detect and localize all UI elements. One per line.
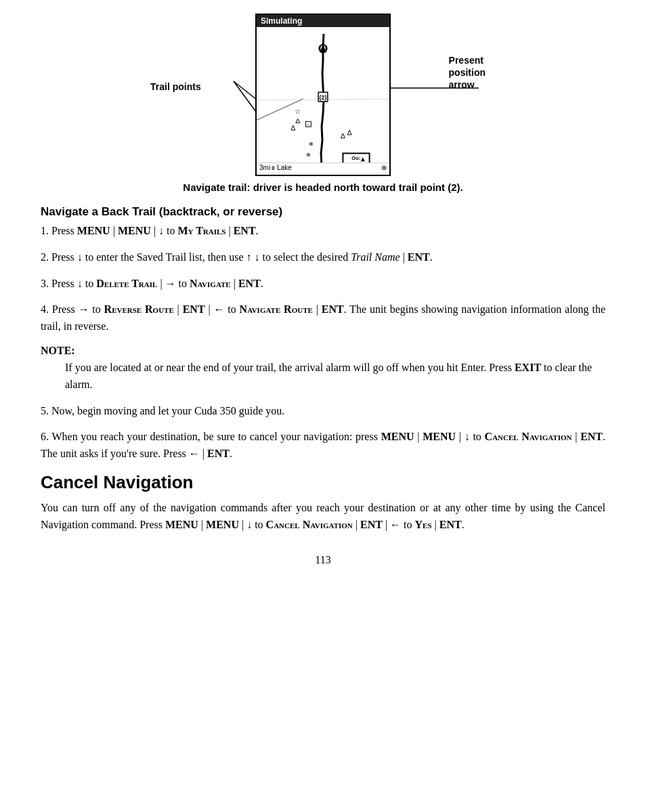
step1-sep2: |	[151, 225, 158, 236]
svg-marker-11	[341, 133, 345, 138]
map-footer: 3mi🜗Lake ⊕	[257, 163, 389, 172]
step4-leftarrow: ←	[213, 303, 224, 315]
step2-arrows2: ↑ ↓	[246, 251, 260, 263]
map-caption: Navigate trail: driver is headed north t…	[41, 181, 605, 193]
step6: 6. When you reach your destination, be s…	[41, 429, 605, 463]
section2-menu1: MENU	[165, 519, 198, 530]
step4-sep1: |	[174, 303, 183, 315]
page-content: Trail points Present position arrow Simu…	[41, 14, 605, 566]
section2-to: to	[252, 519, 265, 530]
step1-sep3: |	[225, 225, 233, 236]
step6-sep1: |	[414, 431, 423, 442]
section2-menu2: MENU	[206, 519, 239, 530]
step1-to: to	[164, 225, 177, 236]
section2-sep2: |	[239, 519, 246, 530]
step1-arrow-down: ↓	[158, 225, 164, 236]
step1-pre: 1. Press	[41, 225, 77, 236]
step2-mid: to enter the Saved Trail list, then use	[83, 251, 246, 263]
section2-sep3: |	[353, 519, 360, 530]
step3-rightarrow: →	[165, 278, 176, 289]
step6-pre: 6. When you reach your destination, be s…	[41, 431, 381, 442]
step2-arrow: ↓	[77, 251, 83, 263]
note-label: NOTE:	[41, 345, 605, 357]
step1-end: .	[256, 225, 259, 236]
section2-ent1: ENT	[360, 519, 383, 530]
step4: 4. Press → to Reverse Route | ENT | ← to…	[41, 301, 605, 335]
step6-end: .	[230, 448, 232, 459]
step2-sep: |	[400, 251, 408, 263]
step4-pre: 4. Press	[41, 303, 78, 315]
step4-sep2: |	[205, 303, 214, 315]
section2-ent2: ENT	[439, 519, 462, 530]
section2-para: You can turn off any of the navigation c…	[41, 500, 605, 534]
step3-arrow: ↓	[77, 278, 83, 289]
present-callout-line	[385, 78, 480, 98]
svg-text:(2): (2)	[320, 94, 327, 101]
step4-to2: to	[224, 303, 239, 315]
step6-sep3: |	[572, 431, 580, 442]
step4-navigate: Navigate Route	[240, 303, 313, 315]
step5: 5. Now, begin moving and let your Cuda 3…	[41, 403, 605, 420]
step2: 2. Press ↓ to enter the Saved Trail list…	[41, 249, 605, 266]
step1-menu2: MENU	[118, 225, 151, 236]
step1-sep1: |	[110, 225, 118, 236]
step2-trailname: Trail Name	[351, 251, 400, 263]
section2-arrow: ↓	[246, 519, 252, 530]
step6-sep2: |	[456, 431, 465, 442]
section2-yes: Yes	[415, 519, 432, 530]
section2-to2: to	[401, 519, 414, 530]
map-display: Simulating (3)	[255, 14, 391, 176]
step2-ent: ENT	[408, 251, 430, 263]
section2-end: .	[462, 519, 465, 530]
step4-ent2: ENT	[322, 303, 344, 315]
step1-menu1: MENU	[77, 225, 110, 236]
step4-to: to	[89, 303, 104, 315]
step6-arrow: ↓	[465, 431, 470, 442]
step3-sep1: |	[157, 278, 165, 289]
map-header: Simulating	[257, 15, 389, 27]
step6-cancel: Cancel Navigation	[485, 431, 572, 442]
step1-mytrails: My Trails	[177, 225, 225, 236]
step1: 1. Press MENU | MENU | ↓ to My Trails | …	[41, 223, 605, 240]
note-block: If you are located at or near the end of…	[65, 360, 605, 393]
section2-sep1: |	[198, 519, 206, 530]
section2-title: Cancel Navigation	[41, 472, 605, 493]
step3-pre: 3. Press	[41, 278, 77, 289]
step3-to: to	[83, 278, 96, 289]
section2-sep5: |	[432, 519, 439, 530]
map-scale: 3mi🜗Lake	[259, 164, 292, 171]
svg-marker-10	[296, 119, 300, 123]
svg-text:☆: ☆	[295, 108, 301, 115]
step6-leftarrow: ←	[189, 448, 200, 459]
step6-ent1: ENT	[580, 431, 603, 442]
step2-end: .	[430, 251, 433, 263]
note-text: If you are located at or near the end of…	[65, 362, 515, 373]
step3-delete: Delete Trail	[96, 278, 157, 289]
diagram-container: Trail points Present position arrow Simu…	[41, 14, 605, 176]
step6-sep4: |	[200, 448, 207, 459]
svg-text:⊕: ⊕	[309, 141, 314, 147]
step3: 3. Press ↓ to Delete Trail | → to Naviga…	[41, 276, 605, 293]
step6-menu1: MENU	[381, 431, 414, 442]
svg-text:⌂: ⌂	[307, 122, 309, 127]
step3-navigate: Navigate	[190, 278, 231, 289]
step3-ent: ENT	[238, 278, 261, 289]
step3-to2: to	[176, 278, 190, 289]
section2-leftarrow: ←	[390, 519, 401, 530]
step1-ent: ENT	[234, 225, 256, 236]
step2-pre: 2. Press	[41, 251, 77, 263]
svg-text:⊗: ⊗	[306, 152, 311, 158]
step3-sep2: |	[231, 278, 238, 289]
section2-sep4: |	[383, 519, 390, 530]
map-svg: (3) (2) ⌂ ☆ ⊕	[257, 27, 389, 172]
trail-points-callout-line	[154, 68, 262, 122]
step4-reverse: Reverse Route	[104, 303, 174, 315]
section1-heading: Navigate a Back Trail (backtrack, or rev…	[41, 205, 605, 219]
page-number: 113	[41, 554, 605, 566]
svg-marker-9	[291, 125, 295, 130]
step6-menu2: MENU	[423, 431, 456, 442]
svg-text:(3): (3)	[320, 45, 327, 52]
map-icon: ⊕	[381, 164, 387, 171]
map-wrapper: Trail points Present position arrow Simu…	[255, 14, 391, 176]
step4-arrow: →	[78, 303, 89, 315]
